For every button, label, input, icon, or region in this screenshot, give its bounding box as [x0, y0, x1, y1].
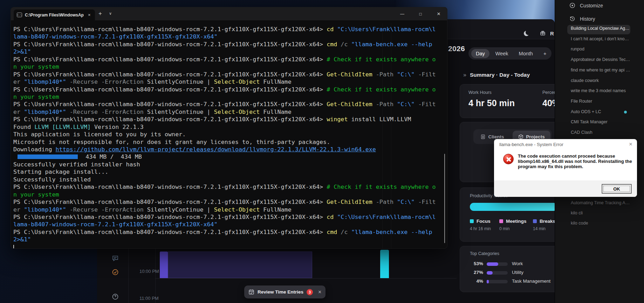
toast-close-icon[interactable]: ×	[318, 289, 321, 295]
timeline-bar-selection[interactable]	[168, 252, 312, 278]
help-icon[interactable]	[112, 293, 119, 301]
chat-history-item[interactable]: I can't hit accept, i don't kno…	[571, 36, 632, 41]
work-hours-value: 4 hr 50 min	[468, 98, 555, 108]
header-r-label[interactable]: R	[550, 30, 554, 36]
legend-item-meetings: Meetings0 min	[499, 219, 527, 231]
percent-block: Percent 40%	[542, 90, 555, 108]
maximize-button[interactable]: □	[412, 7, 429, 20]
tab-close-icon[interactable]: ×	[88, 12, 91, 18]
check-circle-icon[interactable]	[112, 269, 119, 276]
chat-history-item[interactable]: kilo cli	[571, 211, 632, 215]
top-categories-label: Top Categories	[470, 251, 499, 256]
dialog-message: The code execution cannot proceed becaus…	[518, 153, 632, 170]
work-hours-card: Work Hours 4 hr 50 min Percent 40%	[460, 84, 555, 118]
terminal-window: C:\ C:\Program Files\WindowsAp × + ∨ — □…	[11, 7, 447, 249]
chat-history-item[interactable]: Auto ODS + LC	[571, 109, 632, 114]
percent-value: 40%	[542, 98, 555, 108]
error-icon	[503, 154, 514, 164]
id-badge-icon	[480, 134, 486, 139]
view-tab-week[interactable]: Week	[491, 49, 513, 58]
tab-projects-label: Projects	[526, 134, 544, 139]
timeline-time-label: 11:00 PM	[139, 296, 159, 301]
summary-title: » Summary · Day - Today	[463, 72, 530, 78]
terminal-tab-icon: C:\	[17, 13, 22, 17]
dark-mode-moon-icon[interactable]	[524, 31, 529, 36]
sidebar-item-history[interactable]: History	[569, 16, 595, 22]
new-tab-button[interactable]: +	[98, 10, 102, 17]
top-categories-card: Top Categories 53%Work27%Utility4%Task M…	[460, 246, 555, 292]
view-tab-month[interactable]: Month	[514, 49, 537, 58]
chat-history-item[interactable]: Building Local Openclaw Ag…	[571, 26, 632, 31]
view-tab-day[interactable]: Day	[471, 49, 489, 58]
percent-label: Percent	[542, 90, 555, 95]
legend-item-breaks: Breaks14 min	[533, 219, 555, 231]
terminal-output[interactable]: PS C:\Users\Frank\llama-rocm\llama-b8407…	[13, 26, 447, 249]
chat-history-item[interactable]: write me the 3 model names	[571, 88, 632, 93]
download-progress-bar	[18, 154, 78, 159]
gift-icon[interactable]	[540, 30, 546, 36]
screen: R 3, 2026 DayWeekMonth+ » Summary · Day …	[0, 0, 644, 303]
chat-history-item[interactable]: claude cowork	[571, 78, 632, 83]
customize-icon	[569, 2, 575, 8]
toast-label: Review Time Entries	[258, 289, 303, 295]
ok-button[interactable]: OK	[602, 184, 631, 193]
history-label: History	[580, 16, 595, 22]
minimize-button[interactable]: —	[394, 7, 410, 20]
category-row-work: 53%Work	[460, 261, 555, 267]
timeline-axis-line	[155, 248, 156, 303]
customize-label: Customize	[580, 3, 603, 8]
chat-history-item[interactable]: CMI Task Manager	[571, 119, 632, 124]
productivity-bar	[470, 203, 555, 211]
chat-history-item[interactable]: File Router	[571, 99, 632, 104]
terminal-titlebar[interactable]: C:\ C:\Program Files\WindowsAp × + ∨ — □…	[11, 7, 447, 20]
timeline-bar-focus-solid[interactable]	[160, 252, 168, 278]
summary-title-text: Summary · Day - Today	[470, 72, 530, 78]
unread-dot	[624, 111, 627, 113]
left-rail-divider	[128, 248, 129, 303]
timeline-gridline	[155, 278, 457, 278]
work-hours-label: Work Hours	[468, 90, 555, 95]
dialog-close-icon[interactable]: ×	[629, 141, 632, 148]
tab-dropdown-icon[interactable]: ∨	[109, 11, 112, 16]
toast-count-badge: 3	[307, 289, 313, 295]
sidebar-item-customize[interactable]: Customize	[569, 2, 603, 8]
chat-history-item[interactable]: CAD Clash	[571, 130, 632, 135]
view-tab-+[interactable]: +	[539, 49, 551, 58]
close-button[interactable]: ×	[431, 7, 447, 20]
chat-history-item[interactable]: find me where to get my api …	[571, 68, 632, 73]
chat-history-item[interactable]: runpod	[571, 47, 632, 51]
terminal-scrollbar[interactable]	[444, 154, 445, 243]
legend-item-focus: Focus4 hr 16 min	[470, 219, 491, 231]
timeline-time-label: 10:00 PM	[139, 269, 159, 274]
chat-history-item[interactable]: Approbateur de Dessins Tec…	[571, 57, 632, 62]
timeline-bar-focus-cyan[interactable]	[380, 250, 389, 278]
category-row-utility: 27%Utility	[460, 270, 555, 276]
terminal-tab[interactable]: C:\ C:\Program Files\WindowsAp ×	[14, 9, 95, 20]
category-row-task-management: 4%Task Management	[460, 278, 555, 285]
chat-icon[interactable]	[112, 255, 119, 262]
dialog-title: llama-bench.exe - System Error	[499, 142, 563, 147]
review-time-entries-toast[interactable]: Review Time Entries 3 ×	[244, 285, 326, 298]
collapse-chevrons-icon[interactable]: »	[463, 72, 466, 78]
history-icon	[569, 16, 575, 22]
terminal-tab-title: C:\Program Files\WindowsAp	[25, 13, 84, 18]
tab-clients-label: Clients	[488, 134, 504, 139]
system-error-dialog: llama-bench.exe - System Error × The cod…	[494, 139, 637, 197]
chat-history-item[interactable]: kilo code	[571, 221, 632, 226]
chat-history-item[interactable]: Automating Time Tracking A…	[571, 200, 632, 205]
cube-icon	[518, 134, 523, 139]
calendar-check-icon	[248, 289, 254, 295]
view-switcher[interactable]: DayWeekMonth+	[468, 47, 551, 60]
